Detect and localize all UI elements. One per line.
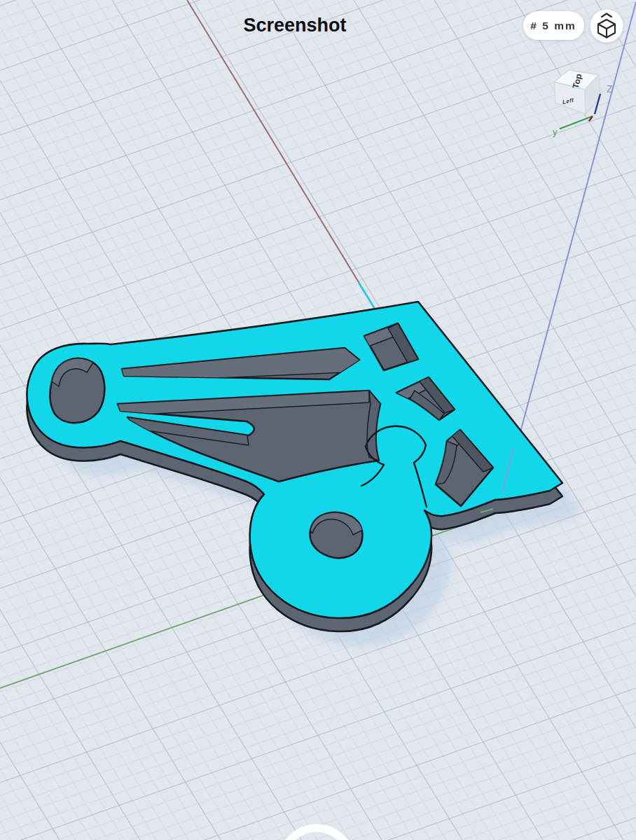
document-title: Screenshot (243, 15, 346, 36)
gizmo-y-label: y (553, 127, 558, 137)
view-mode-button[interactable] (590, 10, 623, 43)
dimension-pill[interactable]: # 5 mm (523, 11, 584, 40)
dimension-pill-label: # 5 mm (530, 20, 576, 31)
gizmo-z-label: Z (607, 83, 613, 94)
cad-viewport[interactable]: Top Left y Z Screenshot # 5 mm (0, 0, 636, 840)
scene-canvas[interactable]: Top Left y Z Screenshot # 5 mm (0, 0, 636, 840)
